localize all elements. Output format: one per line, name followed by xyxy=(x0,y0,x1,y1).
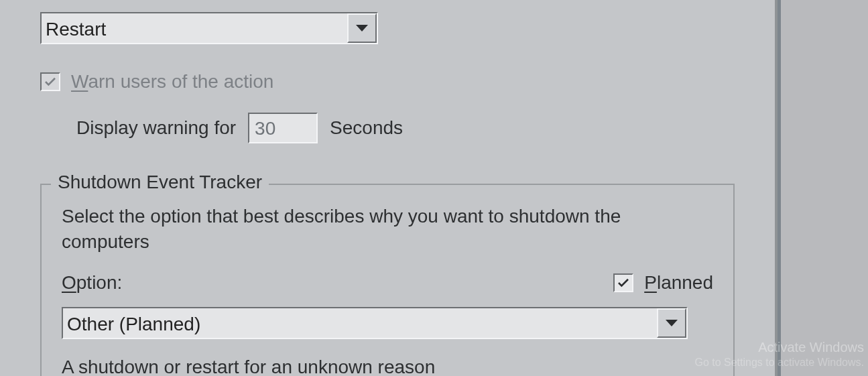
check-icon xyxy=(617,278,629,288)
action-dropdown[interactable]: Restart xyxy=(40,12,378,44)
action-dropdown-value: Restart xyxy=(42,13,347,43)
shutdown-dialog: Restart Warn users of the action Display… xyxy=(0,0,778,376)
reason-dropdown[interactable]: Other (Planned) xyxy=(62,307,688,339)
warning-seconds-unit: Seconds xyxy=(330,117,403,139)
tracker-description: Select the option that best describes wh… xyxy=(62,204,713,255)
chevron-down-icon xyxy=(666,320,678,326)
check-icon xyxy=(44,77,56,86)
warning-seconds-input[interactable]: 30 xyxy=(248,113,318,143)
option-line: Option: Planned xyxy=(62,272,713,294)
chevron-down-icon xyxy=(356,25,368,32)
planned-label: Planned xyxy=(644,272,713,294)
warn-users-row: Warn users of the action xyxy=(40,71,775,92)
group-legend: Shutdown Event Tracker xyxy=(51,172,269,193)
option-label: Option: xyxy=(62,272,122,294)
shutdown-event-tracker-group: Shutdown Event Tracker Select the option… xyxy=(40,184,735,376)
warning-duration-row: Display warning for 30 Seconds xyxy=(76,113,775,143)
reason-dropdown-button[interactable] xyxy=(657,308,686,338)
planned-checkbox[interactable] xyxy=(613,273,633,292)
warning-duration-label: Display warning for xyxy=(76,117,236,139)
action-dropdown-button[interactable] xyxy=(347,13,377,43)
warn-users-label: Warn users of the action xyxy=(71,71,273,92)
warn-users-checkbox[interactable] xyxy=(40,72,60,91)
reason-dropdown-value: Other (Planned) xyxy=(63,308,657,338)
reason-description: A shutdown or restart for an unknown rea… xyxy=(62,357,713,376)
